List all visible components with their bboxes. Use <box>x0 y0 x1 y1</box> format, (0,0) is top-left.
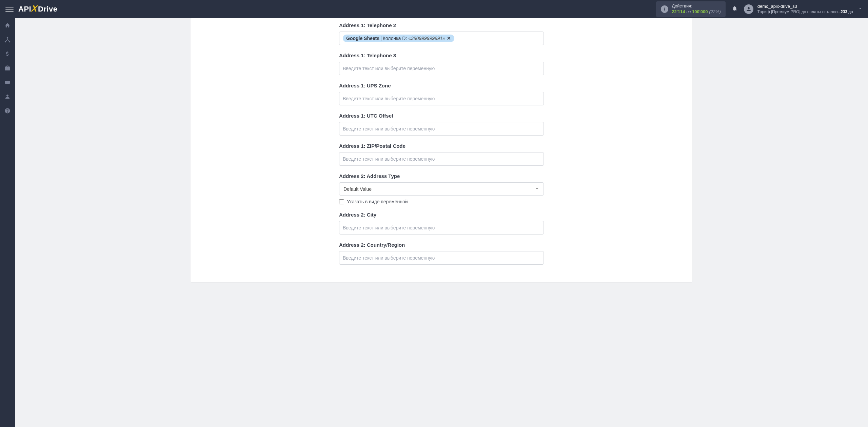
text-input[interactable] <box>343 255 540 261</box>
nav-home[interactable] <box>0 18 15 33</box>
actions-percent: (22%) <box>709 9 721 14</box>
chevron-down-icon <box>535 186 539 192</box>
field-label: Address 2: City <box>339 212 544 218</box>
select-input[interactable]: Default Value <box>339 182 544 196</box>
field-input[interactable] <box>339 122 544 136</box>
field-input[interactable] <box>339 152 544 166</box>
field-label: Address 1: UPS Zone <box>339 83 544 88</box>
text-input[interactable] <box>343 225 540 230</box>
app-logo[interactable]: API X Drive <box>18 4 58 15</box>
field-address1-zip: Address 1: ZIP/Postal Code <box>339 143 544 166</box>
field-address2-type: Address 2: Address Type Default Value Ук… <box>339 173 544 204</box>
info-icon: i <box>661 5 668 13</box>
nav-account[interactable] <box>0 89 15 104</box>
field-label: Address 1: ZIP/Postal Code <box>339 143 544 149</box>
field-input[interactable] <box>339 221 544 235</box>
user-name: demo_apix-drive_s3 <box>757 4 853 9</box>
text-input[interactable] <box>343 126 540 131</box>
user-menu[interactable]: demo_apix-drive_s3 Тариф |Премиум PRO| д… <box>744 4 853 15</box>
chip-source: Google Sheets <box>346 36 379 41</box>
notifications-button[interactable] <box>732 5 738 13</box>
field-address1-ups-zone: Address 1: UPS Zone <box>339 83 544 105</box>
menu-toggle[interactable] <box>5 3 14 15</box>
nav-youtube[interactable] <box>0 75 15 89</box>
checkbox-input[interactable] <box>339 199 344 204</box>
field-label: Address 2: Address Type <box>339 173 544 179</box>
nav-tools[interactable] <box>0 61 15 75</box>
nav-connections[interactable] <box>0 33 15 47</box>
field-input[interactable] <box>339 251 544 265</box>
chip-remove-icon[interactable]: ✕ <box>447 36 451 41</box>
logo-text-2: Drive <box>38 5 58 14</box>
actions-label: Действия: <box>672 3 721 9</box>
field-input[interactable] <box>339 92 544 105</box>
logo-text-1: API <box>18 5 31 14</box>
field-address1-telephone3: Address 1: Telephone 3 <box>339 53 544 75</box>
variable-chip[interactable]: Google Sheets | Колонка D: «380999999991… <box>343 35 454 42</box>
actions-text: Действия: 22'114 из 100'000 (22%) <box>672 3 721 15</box>
logo-x-icon: X <box>31 3 38 14</box>
field-address1-telephone2: Address 1: Telephone 2 Google Sheets | К… <box>339 22 544 45</box>
field-label: Address 2: Country/Region <box>339 242 544 248</box>
select-value: Default Value <box>343 186 372 192</box>
text-input[interactable] <box>343 96 540 101</box>
actions-used: 22'114 <box>672 9 685 14</box>
chip-value: «380999999991» <box>408 36 445 41</box>
checkbox-label: Указать в виде переменной <box>347 199 408 204</box>
variable-mode-checkbox[interactable]: Указать в виде переменной <box>339 199 544 204</box>
avatar-icon <box>744 4 753 14</box>
chevron-down-icon[interactable] <box>858 6 863 12</box>
field-input[interactable]: Google Sheets | Колонка D: «380999999991… <box>339 32 544 45</box>
field-label: Address 1: Telephone 3 <box>339 53 544 58</box>
app-header: API X Drive i Действия: 22'114 из 100'00… <box>0 0 868 18</box>
text-input[interactable] <box>343 156 540 162</box>
actions-total: 100'000 <box>692 9 708 14</box>
nav-billing[interactable] <box>0 47 15 61</box>
app-sidebar <box>0 18 15 292</box>
actions-counter[interactable]: i Действия: 22'114 из 100'000 (22%) <box>656 1 726 17</box>
nav-help[interactable] <box>0 104 15 118</box>
chip-column: Колонка D: <box>383 36 407 41</box>
user-tariff: Тариф |Премиум PRO| до оплаты осталось 2… <box>757 9 853 15</box>
actions-sep: из <box>686 9 691 14</box>
text-input[interactable] <box>343 66 540 71</box>
field-label: Address 1: UTC Offset <box>339 113 544 119</box>
field-address2-city: Address 2: City <box>339 212 544 235</box>
field-address2-country: Address 2: Country/Region <box>339 242 544 265</box>
field-address1-utc-offset: Address 1: UTC Offset <box>339 113 544 136</box>
field-label: Address 1: Telephone 2 <box>339 22 544 28</box>
form-card: Address 1: Telephone 2 Google Sheets | К… <box>191 18 692 282</box>
field-input[interactable] <box>339 62 544 75</box>
